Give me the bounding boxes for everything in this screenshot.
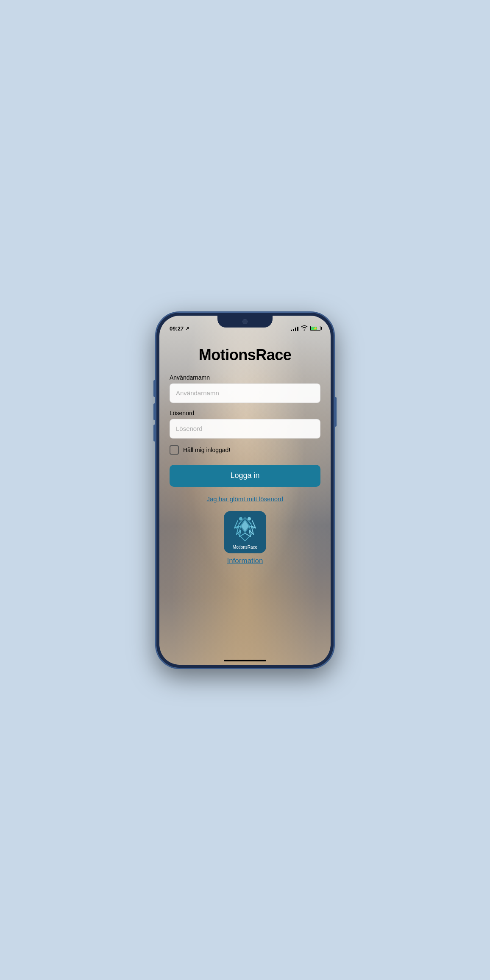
phone-frame: 09:27 ↗	[156, 312, 334, 668]
password-input[interactable]	[170, 419, 320, 439]
information-link[interactable]: Information	[227, 557, 263, 565]
svg-marker-2	[241, 521, 249, 532]
svg-point-4	[248, 517, 251, 521]
login-button[interactable]: Logga in	[170, 465, 320, 487]
home-indicator	[224, 660, 266, 661]
status-icons: ⚡	[291, 325, 320, 332]
login-form: Användarnamn Lösenord Håll mig inloggad!…	[170, 374, 320, 511]
logo-section: MotionsRace Information	[224, 511, 266, 565]
battery-bolt-icon: ⚡	[313, 327, 317, 330]
nav-arrow-icon: ↗	[185, 326, 189, 331]
battery-icon: ⚡	[310, 326, 320, 331]
remember-me-label: Håll mig inloggad!	[183, 447, 230, 453]
forgot-password-link[interactable]: Jag har glömt mitt lösenord	[170, 495, 320, 502]
signal-bar-4	[297, 327, 298, 331]
screen: 09:27 ↗	[159, 316, 331, 665]
front-camera	[242, 319, 248, 324]
app-title: MotionsRace	[199, 346, 292, 364]
signal-bar-1	[291, 330, 292, 331]
wifi-icon	[301, 325, 308, 332]
motionsrace-logo-svg	[230, 514, 260, 544]
logo-box: MotionsRace	[224, 511, 266, 553]
logo-text: MotionsRace	[233, 545, 257, 550]
time-display: 09:27	[170, 325, 184, 332]
remember-me-row: Håll mig inloggad!	[170, 445, 320, 455]
password-label: Lösenord	[170, 410, 320, 416]
remember-me-checkbox[interactable]	[170, 445, 179, 455]
notch	[217, 316, 273, 328]
status-time: 09:27 ↗	[170, 325, 189, 332]
signal-bar-2	[293, 329, 294, 331]
main-content: MotionsRace Användarnamn Lösenord Håll m…	[159, 334, 331, 665]
svg-point-3	[239, 517, 242, 521]
signal-bar-3	[295, 328, 296, 331]
signal-icon	[291, 326, 298, 331]
username-input[interactable]	[170, 383, 320, 403]
phone-inner: 09:27 ↗	[159, 316, 331, 665]
username-label: Användarnamn	[170, 374, 320, 381]
